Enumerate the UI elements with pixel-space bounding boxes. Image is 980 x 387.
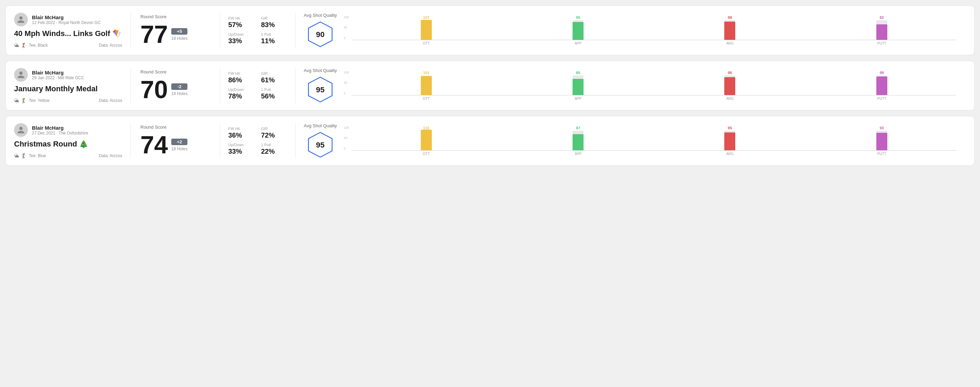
avatar-3 bbox=[14, 123, 28, 137]
user-name-1: Blair McHarg bbox=[32, 14, 100, 20]
stats-section-3: FW Hit 36% GIR 72% Up/Down 33% 1 Putt 22… bbox=[220, 123, 296, 159]
score-row-2: 70 -2 18 Holes bbox=[140, 77, 210, 102]
chart-bar-ott: 107 bbox=[420, 16, 433, 40]
quality-label-1: Avg Shot Quality bbox=[304, 13, 337, 18]
chart-bar-ott: 101 bbox=[420, 71, 433, 95]
user-info-2: Blair McHarg 29 Jan 2022 · Mill Ride GCC bbox=[32, 70, 84, 80]
score-row-3: 74 +2 18 Holes bbox=[140, 132, 210, 157]
round-score-label-1: Round Score bbox=[140, 14, 210, 19]
stats-grid-3: FW Hit 36% GIR 72% Up/Down 33% 1 Putt 22… bbox=[228, 127, 287, 155]
x-axis-line-1 bbox=[352, 40, 956, 40]
chart-bar-putt: 99 bbox=[875, 71, 889, 95]
chart-cols-3: 110 87 95 93 bbox=[350, 126, 958, 150]
fw-hit-stat-3: FW Hit 36% bbox=[228, 127, 255, 139]
hexagon-shape-1: 90 bbox=[307, 21, 334, 48]
score-diff-badge-2: -2 bbox=[171, 83, 188, 90]
stats-section-1: FW Hit 57% GIR 83% Up/Down 33% 1 Putt 11… bbox=[220, 13, 296, 48]
holes-label-1: 18 Holes bbox=[171, 36, 188, 41]
svg-text:95: 95 bbox=[316, 141, 325, 149]
score-row-1: 77 +5 18 Holes bbox=[140, 22, 210, 47]
chart-bar-putt: 93 bbox=[875, 126, 889, 150]
quality-section-1: Avg Shot Quality 90 100500 bbox=[296, 13, 966, 48]
chart-cols-1: 107 95 98 82 bbox=[350, 16, 958, 40]
rounds-list: Blair McHarg 12 Feb 2022 · Royal North D… bbox=[5, 5, 975, 166]
tee-label-2: Tee: Yellow bbox=[29, 98, 49, 103]
hexagon-container-3: Avg Shot Quality 95 bbox=[304, 123, 337, 159]
x-axis-line-3 bbox=[352, 150, 956, 151]
chart-labels-1: OTTAPPARGPUTT bbox=[350, 41, 958, 45]
round-score-label-3: Round Score bbox=[140, 125, 210, 130]
fw-hit-stat-2: FW Hit 86% bbox=[228, 71, 255, 84]
y-axis-labels-2: 100500 bbox=[344, 71, 349, 95]
stats-section-2: FW Hit 86% GIR 61% Up/Down 78% 1 Putt 56… bbox=[220, 68, 296, 103]
chart-bar-arg: 95 bbox=[723, 126, 737, 150]
round-title-1: 40 Mph Winds... Links Golf 🪁 bbox=[14, 29, 122, 38]
hexagon-3: 95 bbox=[307, 131, 334, 159]
user-meta-2: 29 Jan 2022 · Mill Ride GCC bbox=[32, 76, 84, 80]
holes-label-3: 18 Holes bbox=[171, 146, 188, 151]
user-info-3: Blair McHarg 27 Dec 2021 · The Oxfordshi… bbox=[32, 125, 88, 135]
score-number-2: 70 bbox=[140, 77, 168, 102]
bar-chart-2: 100500 101 86 96 bbox=[344, 71, 958, 100]
score-section-2: Round Score 70 -2 18 Holes bbox=[131, 68, 220, 103]
tee-label-3: Tee: Blue bbox=[29, 153, 46, 158]
round-score-label-2: Round Score bbox=[140, 69, 210, 75]
user-header-1: Blair McHarg 12 Feb 2022 · Royal North D… bbox=[14, 13, 122, 26]
tee-label-1: Tee: Black bbox=[29, 43, 48, 48]
hexagon-2: 95 bbox=[307, 76, 334, 103]
data-source-2: Data: Arccos bbox=[99, 98, 122, 103]
y-axis-labels-1: 100500 bbox=[344, 16, 349, 40]
score-section-3: Round Score 74 +2 18 Holes bbox=[131, 123, 220, 159]
chart-bar-app: 87 bbox=[571, 126, 585, 150]
left-section-2: Blair McHarg 29 Jan 2022 · Mill Ride GCC… bbox=[14, 68, 131, 103]
round-card-2: Blair McHarg 29 Jan 2022 · Mill Ride GCC… bbox=[5, 61, 975, 111]
chart-area-2: 100500 101 86 96 bbox=[344, 71, 958, 100]
chart-labels-2: OTTAPPARGPUTT bbox=[350, 97, 958, 100]
user-meta-3: 27 Dec 2021 · The Oxfordshire bbox=[32, 131, 88, 135]
chart-bar-arg: 98 bbox=[723, 16, 737, 40]
gir-stat-2: GIR 61% bbox=[261, 71, 287, 84]
user-icon bbox=[17, 126, 25, 134]
hexagon-container-1: Avg Shot Quality 90 bbox=[304, 13, 337, 48]
hexagon-container-2: Avg Shot Quality 95 bbox=[304, 68, 337, 103]
round-footer-1: 🌥 🏌 Tee: Black Data: Arccos bbox=[14, 43, 122, 48]
user-icon bbox=[17, 71, 25, 79]
quality-section-3: Avg Shot Quality 95 100500 bbox=[296, 123, 966, 159]
chart-cols-2: 101 86 96 99 bbox=[350, 71, 958, 95]
stats-grid-2: FW Hit 86% GIR 61% Up/Down 78% 1 Putt 56… bbox=[228, 71, 287, 100]
left-section-3: Blair McHarg 27 Dec 2021 · The Oxfordshi… bbox=[14, 123, 131, 159]
x-axis-line-2 bbox=[352, 95, 956, 95]
updown-stat-1: Up/Down 33% bbox=[228, 32, 255, 45]
svg-text:90: 90 bbox=[316, 30, 325, 39]
left-section-1: Blair McHarg 12 Feb 2022 · Royal North D… bbox=[14, 13, 131, 48]
oneputt-stat-1: 1 Putt 11% bbox=[261, 32, 287, 45]
chart-labels-3: OTTAPPARGPUTT bbox=[350, 152, 958, 156]
tee-info-3: 🌥 🏌 Tee: Blue bbox=[14, 153, 46, 159]
round-footer-2: 🌥 🏌 Tee: Yellow Data: Arccos bbox=[14, 98, 122, 103]
score-number-1: 77 bbox=[140, 22, 168, 47]
tee-info-2: 🌥 🏌 Tee: Yellow bbox=[14, 98, 49, 103]
user-info-1: Blair McHarg 12 Feb 2022 · Royal North D… bbox=[32, 14, 100, 25]
avatar-2 bbox=[14, 68, 28, 82]
score-diff-badge-1: +5 bbox=[171, 28, 188, 35]
round-card-1: Blair McHarg 12 Feb 2022 · Royal North D… bbox=[5, 5, 975, 55]
gir-stat-1: GIR 83% bbox=[261, 16, 287, 29]
chart-area-1: 100500 107 95 98 bbox=[344, 16, 958, 45]
chart-bar-arg: 96 bbox=[723, 71, 737, 95]
score-diff-badge-3: +2 bbox=[171, 139, 188, 145]
quality-label-3: Avg Shot Quality bbox=[304, 123, 337, 128]
holes-label-2: 18 Holes bbox=[171, 91, 188, 96]
hexagon-1: 90 bbox=[307, 21, 334, 48]
user-meta-1: 12 Feb 2022 · Royal North Devon GC bbox=[32, 20, 100, 25]
y-axis-labels-3: 100500 bbox=[344, 126, 349, 150]
bag-icon-3: 🏌 bbox=[21, 153, 27, 159]
stats-grid-1: FW Hit 57% GIR 83% Up/Down 33% 1 Putt 11… bbox=[228, 16, 287, 45]
score-badge-col-2: -2 18 Holes bbox=[171, 83, 188, 96]
round-title-3: Christmas Round 🎄 bbox=[14, 140, 122, 149]
weather-icon-3: 🌥 bbox=[14, 153, 19, 159]
updown-stat-3: Up/Down 33% bbox=[228, 143, 255, 155]
round-title-2: January Monthly Medal bbox=[14, 84, 122, 93]
quality-section-2: Avg Shot Quality 95 100500 bbox=[296, 68, 966, 103]
chart-bar-app: 86 bbox=[571, 71, 585, 95]
round-footer-3: 🌥 🏌 Tee: Blue Data: Arccos bbox=[14, 153, 122, 159]
